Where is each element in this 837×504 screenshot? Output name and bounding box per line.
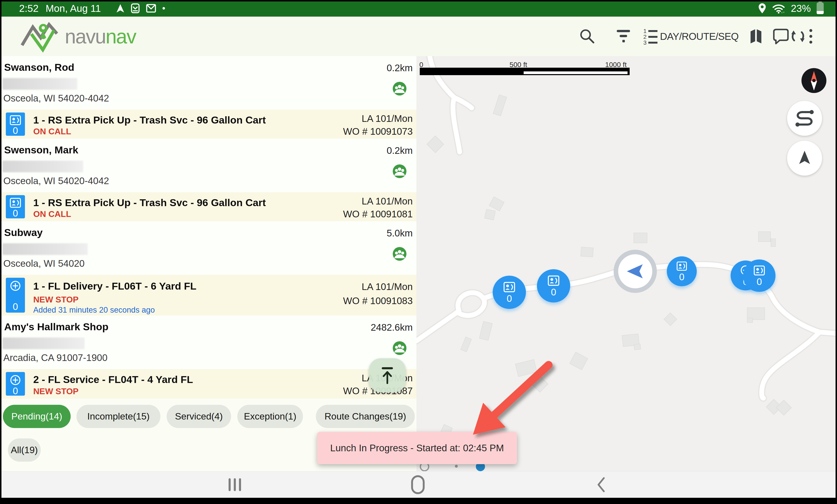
my-location-button[interactable] <box>787 141 822 175</box>
stop-card[interactable]: Swanson, Rod 0.2km Osceola, WI 54020-404… <box>0 56 416 110</box>
status-bar: 2:52 Mon, Aug 11 <box>0 0 837 17</box>
android-navigation-bar <box>0 471 837 498</box>
marker-count: 0 <box>551 287 556 297</box>
stop-card[interactable]: Swenson, Mark 0.2km Osceola, WI 54020-40… <box>0 139 416 192</box>
filter-chip-serviced[interactable]: Serviced(4) <box>167 405 231 428</box>
work-order-row[interactable]: 0 1 - RS Extra Pick Up - Trash Svc - 96 … <box>0 192 416 221</box>
work-order-status: ON CALL <box>33 127 71 136</box>
work-order-route: LA 101/Mon <box>361 195 413 207</box>
chat-icon[interactable] <box>772 27 790 45</box>
group-contacts-icon[interactable] <box>392 247 407 261</box>
chip-label: Serviced(4) <box>175 411 223 422</box>
overflow-menu-icon[interactable] <box>809 27 813 45</box>
sequence-list-icon[interactable]: 123 <box>643 27 658 45</box>
work-order-route: LA 101/Mon <box>361 281 413 292</box>
map-marker-stop[interactable]: 0 <box>537 269 570 302</box>
filter-chip-route-changes[interactable]: Route Changes(19) <box>316 405 415 428</box>
contact-card-icon <box>547 275 560 286</box>
work-order-count: 0 <box>13 208 18 218</box>
contact-card-icon <box>10 115 21 126</box>
stop-card[interactable]: Subway 5.0km Osceola, WI 54020 <box>0 221 416 275</box>
recents-button[interactable] <box>228 478 242 491</box>
vehicle-arrow-icon <box>624 260 647 283</box>
navigation-arrow-icon <box>796 149 813 167</box>
chip-label: Incomplete(15) <box>87 411 149 422</box>
work-order-count: 0 <box>13 126 18 135</box>
work-order-title: 1 - RS Extra Pick Up - Trash Svc - 96 Ga… <box>33 114 266 126</box>
add-circle-icon <box>10 280 21 292</box>
stop-city: Osceola, WI 54020 <box>3 258 85 269</box>
redacted-address <box>2 243 88 255</box>
work-order-row[interactable]: 0 1 - FL Delivery - FL06T - 6 Yard FL NE… <box>0 275 416 316</box>
scroll-to-top-button[interactable] <box>369 358 406 392</box>
search-icon[interactable] <box>578 27 596 45</box>
work-order-title: 2 - FL Service - FL04T - 4 Yard FL <box>33 374 193 385</box>
group-contacts-icon[interactable] <box>392 81 407 96</box>
compass-icon[interactable] <box>801 68 827 93</box>
stop-card[interactable]: Amy's Hallmark Shop 2482.6km Arcadia, CA… <box>0 316 416 369</box>
marker-count: 0 <box>756 277 762 286</box>
filter-chip-all[interactable]: All(19) <box>8 438 41 462</box>
group-contacts-icon[interactable] <box>392 341 407 355</box>
svg-text:3: 3 <box>643 39 647 45</box>
chip-label: Pending(14) <box>11 411 62 422</box>
battery-percent: 23% <box>791 3 811 14</box>
logo-text-gray: navu <box>65 25 106 48</box>
stop-distance: 0.2km <box>387 145 413 156</box>
app-screen: 2:52 Mon, Aug 11 <box>0 0 837 504</box>
svg-text:1: 1 <box>643 28 647 34</box>
filter-chip-exception[interactable]: Exception(1) <box>237 405 303 428</box>
map-marker-stop[interactable]: 0 <box>493 276 526 309</box>
work-order-type-badge: 0 <box>6 372 25 396</box>
work-order-count: 0 <box>13 302 18 311</box>
arrow-to-top-icon <box>378 365 397 386</box>
view-mode-label[interactable]: DAY/ROUTE/SEQ <box>660 31 738 42</box>
stop-name: Swanson, Rod <box>4 61 74 73</box>
stop-distance: 5.0km <box>387 227 413 239</box>
annotation-arrow <box>447 342 592 467</box>
map-marker-stop[interactable]: 0 <box>667 256 697 286</box>
navunav-logo-icon <box>20 20 64 53</box>
work-order-count: 0 <box>13 386 18 396</box>
gps-active-icon <box>116 4 124 13</box>
stop-city: Osceola, WI 54020-4042 <box>3 93 109 104</box>
vehicle-location-marker[interactable] <box>613 250 657 293</box>
filter-chip-pending[interactable]: Pending(14) <box>3 405 71 428</box>
marker-count: 0 <box>506 294 512 303</box>
route-path-button[interactable] <box>787 101 822 136</box>
work-order-number: WO # 10091073 <box>343 126 413 137</box>
status-date: Mon, Aug 11 <box>46 3 101 14</box>
work-order-type-badge: 0 <box>6 195 25 218</box>
filter-icon[interactable] <box>616 30 631 43</box>
wifi-icon <box>772 3 785 14</box>
status-time: 2:52 <box>19 3 38 14</box>
work-order-title: 1 - RS Extra Pick Up - Trash Svc - 96 Ga… <box>33 197 266 208</box>
map-marker-stop[interactable]: 0 <box>743 260 776 292</box>
chip-label: Route Changes(19) <box>325 411 406 422</box>
work-order-title: 1 - FL Delivery - FL06T - 6 Yard FL <box>33 280 196 292</box>
stop-name: Subway <box>4 227 42 238</box>
work-order-type-badge: 0 <box>6 278 25 313</box>
chip-label: All(19) <box>11 445 38 455</box>
map-toggle-icon[interactable] <box>748 28 765 44</box>
stop-city: Arcadia, CA 91007-1900 <box>3 352 107 363</box>
redacted-address <box>2 337 85 349</box>
work-order-row[interactable]: 0 1 - RS Extra Pick Up - Trash Svc - 96 … <box>0 110 416 139</box>
logo-text-green: nav <box>106 25 136 48</box>
work-order-row[interactable]: 0 2 - FL Service - FL04T - 4 Yard FL NEW… <box>0 369 416 398</box>
redacted-address <box>2 78 77 90</box>
redacted-address <box>2 161 83 172</box>
contact-card-icon <box>676 261 688 271</box>
app-logo: navunav <box>20 20 136 53</box>
sync-icon[interactable] <box>789 27 807 45</box>
contact-card-icon <box>503 281 516 293</box>
filter-chip-incomplete[interactable]: Incomplete(15) <box>76 405 160 428</box>
work-order-number: WO # 10091083 <box>343 295 413 306</box>
gmail-notification-icon <box>146 4 156 13</box>
notification-dot-icon <box>162 7 165 10</box>
group-contacts-icon[interactable] <box>392 164 407 179</box>
back-button[interactable] <box>597 477 605 492</box>
map-scale-bar <box>420 68 630 75</box>
home-button[interactable] <box>411 475 425 494</box>
work-order-status: NEW STOP <box>33 387 78 396</box>
